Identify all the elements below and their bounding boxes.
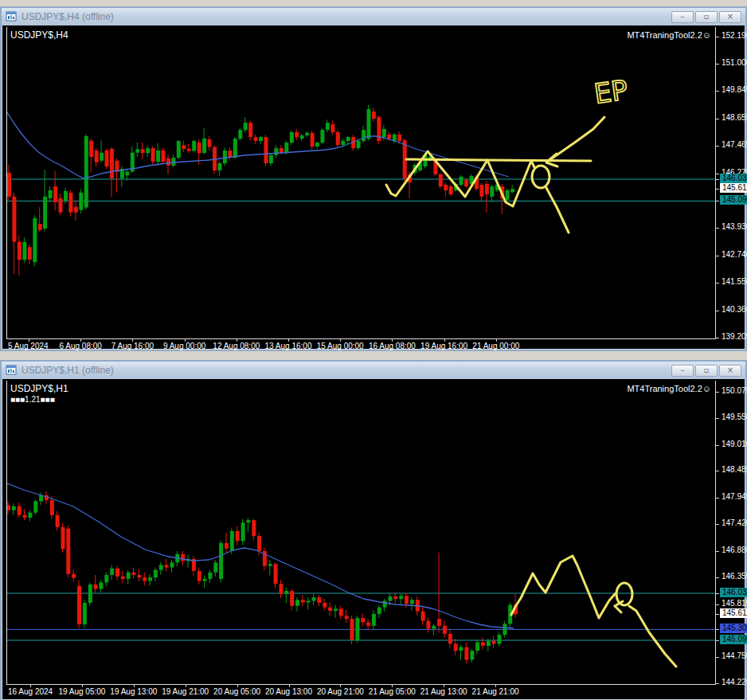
indicator-value-label: ■■■1.21■■■ <box>10 395 55 404</box>
offline-chart-icon <box>6 365 18 376</box>
window-titlebar[interactable]: USDJPY$,H4 (offline) – ▫ × <box>2 8 745 25</box>
axis-tick <box>716 119 719 119</box>
axis-tick <box>716 338 719 338</box>
restore-button[interactable]: ▫ <box>695 365 718 377</box>
price-level-label: 145.090 <box>720 635 747 644</box>
mt4-workspace: { "window_controls": {"minimize": "–", "… <box>0 0 747 700</box>
time-label: 16 Aug 08:00 <box>369 342 416 350</box>
chart-window-h4: USDJPY$,H4 (offline) – ▫ × EP USDJPY$,H4… <box>0 6 747 351</box>
price-level-label: 145.090 <box>720 195 747 205</box>
axis-tick <box>716 146 719 147</box>
ep-label: EP <box>593 73 630 109</box>
time-label: 13 Aug 16:00 <box>265 342 312 350</box>
price-label: 147.945 <box>722 492 747 501</box>
price-label: 145.815 <box>722 599 747 608</box>
price-label: 143.930 <box>722 222 747 231</box>
axis-tick <box>716 179 719 180</box>
window-titlebar[interactable]: USDJPY$,H1 (offline) – ▫ × <box>2 362 745 379</box>
price-label: 146.880 <box>722 546 747 554</box>
price-level-label: 146.032 <box>720 174 747 183</box>
price-label: 149.845 <box>722 85 747 94</box>
symbol-period-label: USDJPY$,H4 <box>10 29 68 41</box>
minimize-button[interactable]: – <box>671 365 694 377</box>
time-label: 15 Aug 00:00 <box>317 342 364 350</box>
axis-tick <box>716 683 719 684</box>
entry-circle <box>532 166 549 188</box>
axis-tick <box>716 64 719 65</box>
axis-tick <box>716 201 719 201</box>
price-label: 149.550 <box>722 413 747 421</box>
time-label: 9 Aug 00:00 <box>163 342 205 350</box>
close-button[interactable]: × <box>719 11 741 23</box>
time-label: 16 Aug 2024 <box>8 687 53 696</box>
chart-window-h1: USDJPY$,H1 (offline) – ▫ × USDJPY$,H1 ■■… <box>0 360 747 700</box>
price-label: 140.360 <box>722 305 747 314</box>
axis-tick <box>716 256 719 256</box>
price-level-label: 145.611 <box>720 183 747 193</box>
restore-button[interactable]: ▫ <box>695 11 718 23</box>
price-level-label: 145.611 <box>720 608 747 618</box>
entry-circle <box>616 583 632 605</box>
price-label: 147.420 <box>722 518 747 527</box>
price-label: 144.750 <box>722 651 747 660</box>
price-axis: 150.075149.550149.010148.485147.945147.4… <box>716 381 744 698</box>
axis-tick <box>716 283 719 284</box>
time-label: 19 Aug 05:00 <box>58 687 105 696</box>
time-label: 19 Aug 16:00 <box>420 342 467 350</box>
time-label: 21 Aug 05:00 <box>369 687 416 696</box>
candlestick-plot-h4[interactable]: EP USDJPY$,H4 MT4TraningTool2.2☺ <box>6 27 716 339</box>
price-label: 149.010 <box>722 440 747 448</box>
axis-tick <box>716 418 719 419</box>
chart-area: EP USDJPY$,H4 MT4TraningTool2.2☺ 152.190… <box>3 27 744 348</box>
axis-tick <box>716 524 719 525</box>
axis-tick <box>716 577 719 578</box>
axis-tick <box>716 614 719 615</box>
price-label: 141.550 <box>722 277 747 286</box>
axis-tick <box>716 471 719 471</box>
price-label: 150.075 <box>722 386 747 395</box>
arrow-barb-bottom <box>615 606 621 612</box>
smiley-icon: ☺ <box>702 30 711 40</box>
smiley-icon: ☺ <box>702 384 711 393</box>
window-controls: – ▫ × <box>671 365 741 377</box>
candlestick-chart[interactable] <box>7 381 715 684</box>
candlestick-plot-h1[interactable]: USDJPY$,H1 ■■■1.21■■■ MT4TraningTool2.2☺ <box>6 381 716 685</box>
time-label: 21 Aug 00:00 <box>472 342 519 350</box>
close-button[interactable]: × <box>719 365 741 377</box>
time-axis: 5 Aug 20246 Aug 08:007 Aug 16:009 Aug 00… <box>6 339 715 352</box>
axis-tick <box>716 174 719 174</box>
breakdown-stroke <box>629 606 676 667</box>
time-label: 20 Aug 21:00 <box>317 687 364 696</box>
price-level-label: 145.307 <box>720 624 747 633</box>
axis-tick <box>716 445 719 446</box>
axis-tick <box>716 629 719 630</box>
minimize-button[interactable]: – <box>671 11 694 23</box>
time-label: 20 Aug 05:00 <box>213 687 260 696</box>
candlestick-chart[interactable]: EP <box>7 27 715 338</box>
indicator-label: MT4TraningTool2.2☺ <box>627 384 711 393</box>
chart-area: USDJPY$,H1 ■■■1.21■■■ MT4TraningTool2.2☺… <box>3 381 744 698</box>
offline-chart-icon <box>6 11 18 22</box>
time-label: 20 Aug 13:00 <box>265 687 312 696</box>
price-level-label: 146.032 <box>720 588 747 597</box>
indicator-label: MT4TraningTool2.2☺ <box>627 30 711 40</box>
axis-tick <box>716 91 719 92</box>
window-controls: – ▫ × <box>671 11 741 23</box>
window-title: USDJPY$,H1 (offline) <box>22 365 114 376</box>
axis-tick <box>716 657 719 658</box>
time-label: 19 Aug 21:00 <box>162 687 209 696</box>
axis-tick <box>716 392 719 393</box>
price-label: 146.355 <box>722 572 747 581</box>
time-label: 21 Aug 13:00 <box>420 687 467 696</box>
time-label: 5 Aug 2024 <box>8 342 49 350</box>
symbol-period-label: USDJPY$,H1 <box>10 383 68 394</box>
axis-tick <box>716 604 719 605</box>
time-label: 12 Aug 08:00 <box>213 342 260 350</box>
m-pattern-sketch <box>511 556 616 618</box>
price-label: 144.225 <box>722 678 747 686</box>
time-label: 19 Aug 13:00 <box>110 687 157 696</box>
window-title: USDJPY$,H4 (offline) <box>22 11 114 22</box>
price-label: 148.655 <box>722 113 747 122</box>
price-label: 151.000 <box>722 58 747 67</box>
axis-tick <box>716 593 719 594</box>
